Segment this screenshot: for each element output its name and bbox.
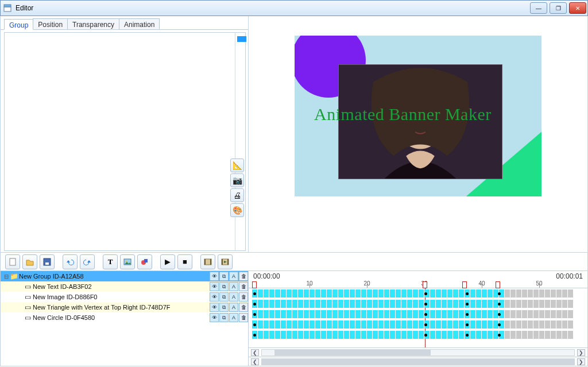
duplicate-button[interactable]: ⧉ [219,303,229,312]
timeline-marker[interactable] [252,281,257,288]
expand-toggle[interactable]: ⊟ [3,273,10,280]
keyframe-dot[interactable] [253,303,256,306]
camera-button[interactable]: 📷 [230,173,244,187]
visibility-button[interactable]: 👁 [210,303,219,312]
keyframe-dot[interactable] [498,334,501,337]
svg-rect-17 [222,259,223,265]
prev-frame-button[interactable] [200,254,215,269]
play-button[interactable]: ▶ [160,254,175,269]
delete-button[interactable]: 🗑 [239,272,248,281]
annotate-button[interactable]: A [229,303,238,312]
keyframe-dot[interactable] [253,334,256,337]
keyframe-dot[interactable] [466,313,469,316]
ruler-button[interactable]: 📐 [230,159,244,172]
keyframe-dot[interactable] [424,303,427,306]
add-text-button[interactable]: T [103,254,118,269]
duplicate-button[interactable]: ⧉ [219,292,229,302]
delete-button[interactable]: 🗑 [239,303,248,312]
annotate-button[interactable]: A [229,282,238,291]
keyframe-dot[interactable] [253,313,256,316]
keyframe-dot[interactable] [424,313,427,316]
timeline-track[interactable] [249,299,587,309]
visibility-button[interactable]: 👁 [210,272,219,281]
scroll-left-icon[interactable]: ❮ [251,358,259,365]
main-area: Group Position Transparency Animation 📐 … [0,16,588,253]
add-image-button[interactable] [120,254,135,269]
delete-button[interactable]: 🗑 [239,282,248,291]
tree-item-row[interactable]: ▭New Text ID-AB3F02👁⧉A🗑 [1,281,248,292]
keyframe-dot[interactable] [498,323,501,326]
duplicate-button[interactable]: ⧉ [219,313,229,322]
scroll-track-upper[interactable] [261,349,575,356]
keyframe-dot[interactable] [253,292,256,295]
timeline-track[interactable] [249,288,587,299]
layer-tree[interactable]: ⊟📁New Group ID-A12A58👁⧉A🗑▭New Text ID-AB… [1,271,249,366]
annotate-button[interactable]: A [229,292,238,302]
timeline-track[interactable] [249,330,587,340]
timeline-scroll-lower[interactable]: ❮ ❯ [249,357,587,366]
layer-icon: ▭ [24,293,32,300]
timeline-track[interactable] [249,309,587,319]
tree-item-row[interactable]: ▭New Triangle with Vertex at Top Right I… [1,302,248,312]
minimize-button[interactable]: — [530,2,547,14]
add-shape-button[interactable] [137,254,152,269]
annotate-button[interactable]: A [229,313,238,322]
timeline-marker[interactable] [462,281,467,288]
tab-position[interactable]: Position [33,18,68,29]
delete-button[interactable]: 🗑 [239,292,248,302]
visibility-button[interactable]: 👁 [210,313,219,322]
timeline-ruler[interactable]: 00:00:00 00:00:01 1020304050 [249,271,587,288]
keyframe-dot[interactable] [466,334,469,337]
close-button[interactable]: ✕ [569,2,586,14]
keyframe-dot[interactable] [498,292,501,295]
redo-button[interactable] [80,254,95,269]
timeline-marker[interactable] [423,281,427,288]
open-button[interactable] [22,254,37,269]
next-frame-button[interactable] [218,254,233,269]
scroll-thumb-upper[interactable] [274,350,431,356]
print-button[interactable]: 🖨 [230,188,244,202]
tab-transparency[interactable]: Transparency [67,18,119,29]
timeline-tracks[interactable] [249,288,587,347]
keyframe-dot[interactable] [466,292,469,295]
visibility-button[interactable]: 👁 [210,292,219,302]
svg-rect-14 [204,259,206,265]
duplicate-button[interactable]: ⧉ [219,282,229,291]
layer-icon: ▭ [24,283,32,290]
tick-label: 40 [478,280,485,287]
scroll-right-icon[interactable]: ❯ [577,358,585,365]
scroll-right-icon[interactable]: ❯ [577,349,585,356]
canvas-area[interactable]: Animated Banner Maker [249,16,587,252]
keyframe-dot[interactable] [424,292,427,295]
stop-button[interactable]: ■ [177,254,192,269]
timeline-marker[interactable] [496,281,500,288]
save-button[interactable] [40,254,55,269]
new-button[interactable] [5,254,20,269]
timeline-scroll-upper[interactable]: ❮ ❯ [249,347,587,357]
tab-group[interactable]: Group [4,19,33,30]
color-button[interactable]: 🎨 [230,203,244,217]
annotate-button[interactable]: A [229,272,238,281]
scroll-left-icon[interactable]: ❮ [251,349,259,356]
undo-button[interactable] [63,254,78,269]
scroll-track-lower[interactable] [261,358,575,365]
tree-item-row[interactable]: ▭New Image ID-D886F0👁⧉A🗑 [1,292,248,302]
tree-group-row[interactable]: ⊟📁New Group ID-A12A58👁⧉A🗑 [1,271,248,281]
maximize-button[interactable]: ❐ [550,2,567,14]
duplicate-button[interactable]: ⧉ [219,272,229,281]
tree-item-row[interactable]: ▭New Circle ID-0F4580👁⧉A🗑 [1,312,248,323]
scroll-thumb-lower[interactable] [262,359,574,365]
delete-button[interactable]: 🗑 [239,313,248,322]
timeline-track[interactable] [249,319,587,330]
keyframe-dot[interactable] [498,313,501,316]
tab-animation[interactable]: Animation [119,18,160,29]
layer-label: New Text ID-AB3F02 [33,283,209,290]
keyframe-dot[interactable] [498,303,501,306]
slider-thumb[interactable] [237,36,246,42]
keyframe-dot[interactable] [424,334,427,337]
keyframe-dot[interactable] [466,323,469,326]
keyframe-dot[interactable] [424,323,427,326]
visibility-button[interactable]: 👁 [210,282,219,291]
keyframe-dot[interactable] [466,303,469,306]
keyframe-dot[interactable] [253,323,256,326]
